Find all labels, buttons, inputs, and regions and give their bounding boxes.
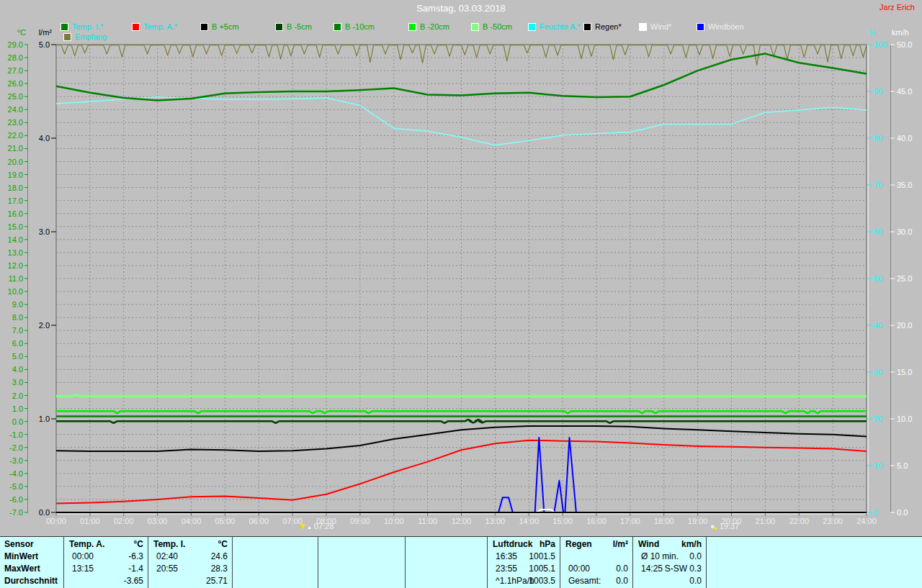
svg-text:0.0: 0.0 [12,417,23,426]
svg-text:0.0: 0.0 [39,508,50,517]
table-cell: S-SW 0.3 [632,564,702,574]
table-cell: °C [63,539,143,549]
svg-text:70: 70 [874,181,882,189]
svg-text:18.0: 18.0 [8,184,23,192]
svg-text:23.0: 23.0 [8,118,23,127]
svg-text:8.0: 8.0 [12,313,23,322]
sunrise-icon: ▼ [298,523,307,530]
svg-text:90: 90 [874,87,882,96]
svg-text:24.0: 24.0 [8,105,23,114]
svg-text:28.0: 28.0 [8,53,23,62]
svg-text:50: 50 [874,274,882,283]
svg-text:22.0: 22.0 [8,131,23,140]
svg-text:03:00: 03:00 [148,517,168,525]
svg-text:12.0: 12.0 [8,261,23,270]
table-cell: hPa [487,539,555,549]
weather-app-window: Samstag, 03.03.2018 Jarz Erich Temp. I.*… [0,0,922,588]
svg-text:24:00: 24:00 [856,517,877,525]
svg-text:20: 20 [874,415,882,423]
svg-text:19.0: 19.0 [8,171,23,179]
sunset-marker: ●▲19:37 [710,521,739,531]
svg-text:13:00: 13:00 [485,517,506,525]
svg-text:25.0: 25.0 [8,92,23,101]
svg-text:7.0: 7.0 [12,326,23,335]
table-cell: km/h [632,539,702,549]
table-cell: MaxWert [4,564,40,574]
table-cell: 0.0 [560,576,628,586]
svg-text:15.0: 15.0 [8,222,23,231]
svg-text:2.0: 2.0 [12,392,23,400]
table-cell: 28.3 [148,564,228,574]
table-divider [232,537,233,588]
svg-text:17:00: 17:00 [620,517,640,525]
svg-text:-7.0: -7.0 [9,508,23,517]
table-divider [405,537,406,588]
table-divider [318,537,318,588]
svg-text:11:00: 11:00 [418,517,437,525]
svg-text:01:00: 01:00 [80,517,100,525]
svg-text:21:00: 21:00 [756,517,776,525]
sunrise-marker: ▼▲07:28 [298,521,334,531]
table-cell: -1.4 [63,564,143,574]
svg-text:10.0: 10.0 [8,287,23,296]
svg-text:5.0: 5.0 [897,461,908,470]
svg-text:5.0: 5.0 [39,40,50,49]
svg-text:-4.0: -4.0 [9,469,23,478]
svg-text:6.0: 6.0 [12,339,23,348]
table-cell: 1001.5 [487,551,555,561]
svg-text:0: 0 [874,508,878,517]
table-divider [706,537,707,588]
svg-text:02:00: 02:00 [114,517,134,525]
svg-text:9.0: 9.0 [12,300,23,309]
svg-text:09:00: 09:00 [350,517,370,525]
table-cell: 1003.5 [487,576,555,586]
sunrise-ground-icon: ▲ [307,524,312,531]
svg-text:30.0: 30.0 [897,227,912,236]
svg-text:13.0: 13.0 [8,248,23,257]
svg-text:04:00: 04:00 [182,517,202,525]
svg-text:06:00: 06:00 [249,517,269,525]
svg-text:20.0: 20.0 [897,321,912,330]
svg-text:40: 40 [874,321,882,330]
svg-text:-5.0: -5.0 [9,482,23,491]
svg-text:20.0: 20.0 [8,158,23,166]
svg-text:23:00: 23:00 [823,517,843,525]
svg-text:4.0: 4.0 [39,134,50,143]
svg-text:30: 30 [874,368,882,376]
svg-text:15:00: 15:00 [552,517,573,525]
time-axis: 00:0001:0002:0003:0004:0005:0006:0007:00… [46,512,877,525]
svg-text:14.0: 14.0 [8,235,23,244]
summary-table: SensorMinWertMaxWertDurchschnittTemp. A.… [0,536,922,588]
svg-text:3.0: 3.0 [39,227,50,236]
svg-text:10.0: 10.0 [897,415,912,423]
sunset-time: 19:37 [720,522,740,530]
svg-text:60: 60 [874,227,882,236]
sunrise-time: 07:28 [314,522,334,530]
svg-text:-2.0: -2.0 [9,443,23,452]
svg-text:1.0: 1.0 [39,415,50,423]
svg-text:10:00: 10:00 [384,517,404,525]
svg-text:45.0: 45.0 [897,87,912,96]
svg-text:1.0: 1.0 [12,404,23,413]
table-cell: Sensor [4,539,34,549]
svg-text:15.0: 15.0 [897,368,912,376]
svg-text:11.0: 11.0 [8,274,23,283]
table-cell: 1005.1 [487,564,555,574]
table-cell: 0.0 [632,551,702,561]
series-wind [537,510,554,512]
series-empfang [56,45,867,65]
table-cell: -3.65 [63,576,143,586]
svg-text:19:00: 19:00 [688,517,708,525]
svg-text:22:00: 22:00 [789,517,809,525]
table-cell: 25.71 [148,576,228,586]
table-cell: Durchschnitt [4,576,58,586]
svg-text:12:00: 12:00 [452,517,472,525]
svg-text:50.0: 50.0 [897,40,912,49]
svg-text:-3.0: -3.0 [9,456,23,465]
svg-text:40.0: 40.0 [897,134,912,143]
svg-text:0.0: 0.0 [897,508,908,517]
svg-text:05:00: 05:00 [215,517,236,525]
svg-text:-6.0: -6.0 [9,495,23,504]
gridlines [56,45,867,512]
svg-text:16.0: 16.0 [8,209,23,218]
